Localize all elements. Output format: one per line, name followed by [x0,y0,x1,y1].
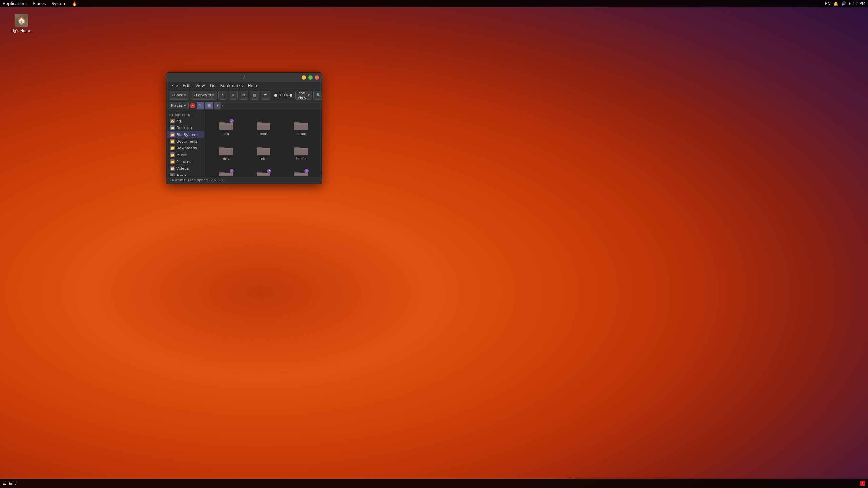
link-badge: ↗ [304,169,309,173]
path-root-label: / [217,103,218,108]
file-item-home[interactable]: home [283,138,319,162]
taskbar-time: 6:12 PM [849,1,865,6]
sidebar-item-music[interactable]: 📁 Music [167,151,204,158]
path-edit-button[interactable]: ✎ [197,102,204,109]
back-dropdown-icon: ▾ [184,93,186,97]
svg-rect-8 [294,123,308,125]
taskbar-bottom-menu[interactable]: ☰ [3,481,6,486]
sidebar-item-pictures[interactable]: 📁 Pictures [167,158,204,165]
sidebar-trash-icon: 🗑 [170,173,175,176]
sidebar-computer-section: Computer [166,112,205,118]
up-button[interactable]: ∧ [218,91,227,100]
path-root-item[interactable]: / [214,102,221,109]
taskbar-bottom: ☰ ⊞ / ! [0,479,868,488]
view-selector[interactable]: Icon View ▾ [295,91,312,100]
sidebar-item-dg[interactable]: 🏠 dg [167,118,204,124]
sidebar-music-label: Music [176,153,187,157]
file-item-cdrom[interactable]: cdrom [283,113,319,137]
back-label: Back [174,93,183,97]
forward-button[interactable]: › Forward ▾ [191,91,217,100]
places-dropdown-arrow: ▾ [184,103,186,108]
pathbar: Places ▾ × ✎ ▦ / › [166,101,322,110]
zoom-level: 100% [278,93,289,97]
taskbar-bottom-right: ! [860,481,865,486]
sidebar-music-icon: 📁 [170,152,175,157]
file-label-etc: etc [261,157,267,161]
close-button[interactable] [315,75,319,80]
taskbar-system[interactable]: System [51,1,66,6]
sidebar-documents-icon: 📁 [170,139,175,144]
places-dropdown[interactable]: Places ▾ [169,102,189,109]
menu-file[interactable]: File [169,83,180,89]
path-grid-button[interactable]: ▦ [205,102,213,109]
sidebar-item-trash[interactable]: 🗑 Trash [167,172,204,176]
search-icon: 🔍 [316,93,321,97]
taskbar-bell-icon[interactable]: 🔔 [833,1,839,6]
menu-bookmarks[interactable]: Bookmarks [218,83,245,89]
back-button[interactable]: ‹ Back ▾ [169,91,189,100]
file-item-lib[interactable]: ↗lib [208,163,244,176]
edit-icon: ✎ [199,103,202,108]
main-content: Computer 🏠 dg 📁 Desktop 📁 File System 📁 … [166,110,322,176]
sidebar-desktop-label: Desktop [176,126,192,130]
maximize-button[interactable] [308,75,313,80]
path-close-button[interactable]: × [190,103,195,108]
places-label: Places [171,103,183,108]
window-titlebar: / [166,73,322,82]
file-item-dev[interactable]: dev [208,138,244,162]
folder-svg [256,119,271,131]
menubar: File Edit View Go Bookmarks Help [166,82,322,89]
sidebar-item-filesystem[interactable]: 📁 File System [167,131,204,138]
sidebar-videos-icon: 📁 [170,166,175,171]
sidebar-desktop-icon: 📁 [170,125,175,130]
sidebar-dg-label: dg [176,119,181,123]
taskbar-places[interactable]: Places [33,1,46,6]
file-item-bin[interactable]: ↗bin [208,113,244,137]
taskbar-bottom-grid[interactable]: ⊞ [9,481,13,486]
taskbar-volume-icon[interactable]: 🔊 [841,1,846,6]
sidebar-item-videos[interactable]: 📁 Videos [167,165,204,172]
minimize-button[interactable] [302,75,306,80]
folder-svg [294,144,309,156]
path-close-icon: × [191,104,194,107]
grid-view-icon: ⊞ [9,481,13,486]
refresh-button[interactable]: ↻ [239,91,248,100]
svg-rect-26 [294,173,308,175]
forward-label: Forward [196,93,211,97]
file-item-lib32[interactable]: ↗lib32 [245,163,281,176]
svg-rect-11 [219,148,233,150]
sidebar-downloads-label: Downloads [176,146,197,150]
folder-icon-wrap [256,144,271,156]
sidebar-item-downloads[interactable]: 📁 Downloads [167,145,204,151]
file-item-lib64[interactable]: ↗lib64 [283,163,319,176]
taskbar-applications[interactable]: Applications [3,1,27,6]
folder-icon-wrap [294,144,309,156]
file-item-etc[interactable]: etc [245,138,281,162]
notification-dot[interactable]: ! [860,481,865,486]
close-path-button[interactable]: × [229,91,238,100]
svg-rect-14 [257,148,270,150]
statusbar-text: 24 items, Free space: 2.5 GB [169,178,223,182]
menu-icon: ☰ [3,481,6,486]
icon-view-toggle[interactable]: ▦ [250,91,259,100]
folder-icon-wrap: ↗ [256,169,271,176]
folder-icon-wrap [294,119,309,131]
menu-view[interactable]: View [193,83,207,89]
menu-help[interactable]: Help [246,83,259,89]
menu-edit[interactable]: Edit [181,83,193,89]
file-item-boot[interactable]: boot [245,113,281,137]
list-view-toggle[interactable]: ≡ [261,91,270,100]
desktop-icon-label: dg's Home [12,28,32,33]
sidebar-item-desktop[interactable]: 📁 Desktop [167,124,204,131]
sidebar-downloads-icon: 📁 [170,146,175,150]
sidebar-item-documents[interactable]: 📁 Documents [167,138,204,145]
menu-go[interactable]: Go [208,83,218,89]
desktop-home-icon[interactable]: 🏠 dg's Home [9,14,33,33]
svg-rect-5 [257,123,270,125]
taskbar-lang: EN [825,1,831,6]
search-button[interactable]: 🔍 [313,91,322,100]
folder-icon-wrap [219,144,234,156]
taskbar-top: Applications Places System 🔥 EN 🔔 🔊 6:12… [0,0,868,7]
sidebar-trash-label: Trash [176,173,186,177]
file-grid: ↗binbootcdromdevetchome↗lib↗lib32↗lib64↗… [205,110,322,176]
